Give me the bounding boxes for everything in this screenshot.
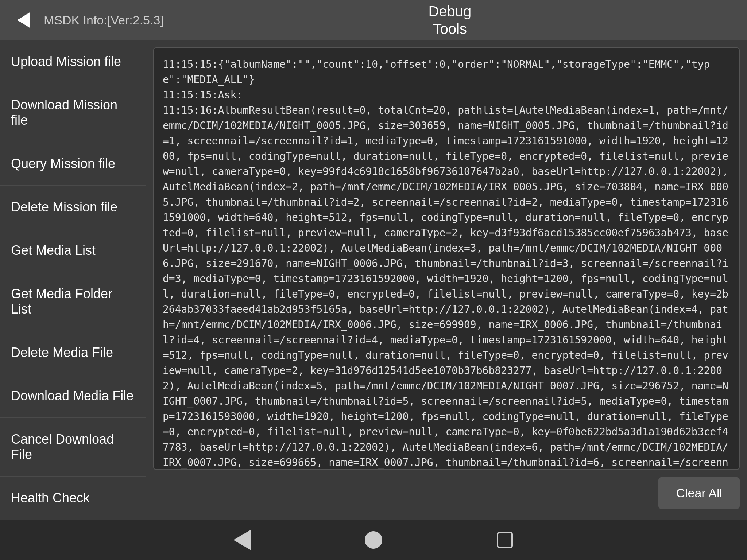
main-content: Upload Mission file Download Mission fil…	[0, 40, 747, 520]
sidebar-item-get-media-folder-list[interactable]: Get Media Folder List	[0, 272, 146, 331]
output-area: 11:15:15:{"albumName":"","count":10,"off…	[146, 40, 747, 520]
sidebar-item-query-mission-file[interactable]: Query Mission file	[0, 142, 146, 186]
sidebar-item-upload-mission-file[interactable]: Upload Mission file	[0, 40, 146, 83]
sidebar-item-delete-media-file[interactable]: Delete Media File	[0, 331, 146, 374]
clear-all-button[interactable]: Clear All	[658, 477, 740, 509]
sidebar-item-health-check[interactable]: Health Check	[0, 477, 146, 520]
clear-all-area: Clear All	[153, 470, 740, 513]
nav-recents-button[interactable]	[494, 529, 516, 551]
header-info: MSDK Info:[Ver:2.5.3]	[44, 13, 164, 27]
sidebar-item-cancel-download-file[interactable]: Cancel Download File	[0, 418, 146, 477]
nav-home-icon	[365, 531, 382, 549]
nav-back-icon	[233, 530, 251, 550]
header-title: Debug Tools	[164, 3, 736, 38]
sidebar-item-delete-mission-file[interactable]: Delete Mission file	[0, 186, 146, 229]
nav-back-button[interactable]	[231, 529, 253, 551]
bottom-nav	[0, 520, 747, 560]
back-button[interactable]	[11, 7, 36, 33]
back-icon	[17, 12, 30, 28]
sidebar-item-download-media-file[interactable]: Download Media File	[0, 374, 146, 418]
header: MSDK Info:[Ver:2.5.3] Debug Tools	[0, 0, 747, 40]
sidebar: Upload Mission file Download Mission fil…	[0, 40, 146, 520]
sidebar-item-download-mission-file[interactable]: Download Mission file	[0, 83, 146, 142]
nav-home-button[interactable]	[363, 529, 384, 551]
debug-log[interactable]: 11:15:15:{"albumName":"","count":10,"off…	[153, 47, 740, 470]
sidebar-item-get-media-list[interactable]: Get Media List	[0, 229, 146, 272]
nav-recents-icon	[497, 532, 513, 548]
